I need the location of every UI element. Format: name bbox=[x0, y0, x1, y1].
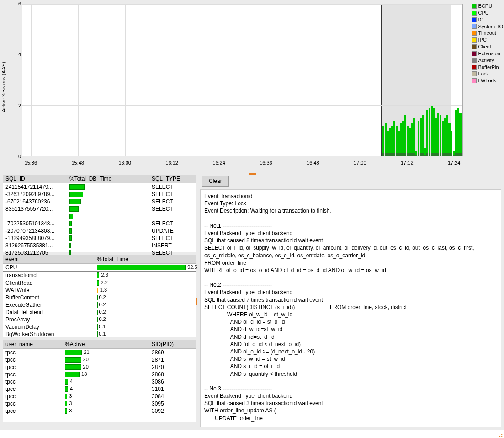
right-column: Clear Event: transactionid Event Type: L… bbox=[196, 174, 504, 430]
legend-item[interactable]: LWLock bbox=[472, 77, 503, 84]
legend-item[interactable]: IO bbox=[472, 16, 503, 23]
table-row[interactable]: transactionid2.6 bbox=[3, 272, 196, 279]
table-row[interactable]: -70225305101348...SELECT bbox=[3, 220, 196, 227]
col-db-time[interactable]: %Total_DB_Time bbox=[67, 175, 149, 183]
chart-bars bbox=[22, 4, 462, 156]
table-row[interactable]: tpcc43086 bbox=[3, 378, 196, 385]
legend-item[interactable]: BufferPin bbox=[472, 64, 503, 71]
splitter-vertical[interactable] bbox=[196, 298, 197, 305]
col-sql-type[interactable]: SQL_TYPE bbox=[149, 175, 196, 183]
table-row[interactable]: 31292675535381...INSERT bbox=[3, 242, 196, 249]
col-total-time[interactable]: %Total_Time bbox=[94, 255, 196, 264]
legend-item[interactable]: BCPU bbox=[472, 3, 503, 10]
legend-item[interactable]: Activity bbox=[472, 57, 503, 64]
event-table[interactable]: event %Total_Time CPU92.5transactionid2.… bbox=[3, 255, 196, 338]
col-event[interactable]: event bbox=[3, 255, 94, 264]
table-row[interactable] bbox=[3, 213, 196, 220]
table-row[interactable]: tpcc182868 bbox=[3, 371, 196, 378]
sql-table[interactable]: SQL_ID %Total_DB_Time SQL_TYPE 241154172… bbox=[3, 175, 196, 256]
table-row[interactable]: ClientRead2.2 bbox=[3, 279, 196, 287]
table-row[interactable]: VacuumDelay0.1 bbox=[3, 323, 196, 331]
chart-plot[interactable] bbox=[22, 4, 463, 156]
col-active[interactable]: %Active bbox=[62, 340, 149, 349]
legend-item[interactable]: Extension bbox=[472, 50, 503, 57]
event-panel: event %Total_Time CPU92.5transactionid2.… bbox=[3, 255, 196, 337]
table-row[interactable]: tpcc33084 bbox=[3, 393, 196, 400]
table-row[interactable]: tpcc33092 bbox=[3, 407, 196, 415]
legend-item[interactable]: Client bbox=[472, 43, 503, 50]
col-user[interactable]: user_name bbox=[3, 340, 62, 349]
y-axis-label: Active Sessions (AAS) bbox=[1, 62, 6, 112]
table-row[interactable]: ExecuteGather0.2 bbox=[3, 301, 196, 309]
table-row[interactable]: tpcc202871 bbox=[3, 356, 196, 363]
col-sql-id[interactable]: SQL_ID bbox=[3, 175, 67, 183]
table-row[interactable]: -13294935888079...SELECT bbox=[3, 235, 196, 242]
table-row[interactable]: -20707072134808...UPDATE bbox=[3, 227, 196, 235]
table-row[interactable]: tpcc202870 bbox=[3, 363, 196, 371]
y-ticks: 0246 bbox=[13, 4, 21, 156]
sql-panel: SQL_ID %Total_DB_Time SQL_TYPE 241154172… bbox=[3, 175, 196, 252]
table-row[interactable]: -67021643760236...SELECT bbox=[3, 198, 196, 205]
table-row[interactable]: 24115417211479...SELECT bbox=[3, 183, 196, 191]
table-row[interactable]: CPU92.5 bbox=[3, 264, 196, 272]
table-row[interactable]: tpcc43101 bbox=[3, 385, 196, 393]
table-row[interactable]: ProcArray0.2 bbox=[3, 316, 196, 323]
table-row[interactable]: tpcc212869 bbox=[3, 349, 196, 357]
legend-item[interactable]: CPU bbox=[472, 10, 503, 16]
legend-item[interactable]: Lock bbox=[472, 70, 503, 77]
user-panel: user_name %Active SID(PID) tpcc212869tpc… bbox=[3, 340, 196, 422]
legend-item[interactable]: Timeout bbox=[472, 30, 503, 37]
clear-button[interactable]: Clear bbox=[202, 176, 229, 187]
x-ticks: 15:3615:4816:0016:1216:2416:3616:4817:00… bbox=[22, 160, 463, 169]
col-sid[interactable]: SID(PID) bbox=[149, 340, 196, 349]
table-row[interactable]: WALWrite1.3 bbox=[3, 287, 196, 294]
legend-item[interactable]: System_IO bbox=[472, 23, 503, 30]
user-table[interactable]: user_name %Active SID(PID) tpcc212869tpc… bbox=[3, 340, 196, 415]
table-row[interactable]: DataFileExtend0.2 bbox=[3, 309, 196, 316]
left-column: SQL_ID %Total_DB_Time SQL_TYPE 241154172… bbox=[0, 174, 196, 430]
legend-item[interactable]: IPC bbox=[472, 37, 503, 43]
table-row[interactable]: BgWorkerShutdown0.1 bbox=[3, 331, 196, 338]
chart-legend: BCPUCPUIOSystem_IOTimeoutIPCClientExtens… bbox=[472, 3, 503, 84]
table-row[interactable]: BufferContent0.2 bbox=[3, 294, 196, 301]
table-row[interactable]: 83511375557720...SELECT bbox=[3, 205, 196, 213]
table-row[interactable]: tpcc33095 bbox=[3, 400, 196, 407]
table-row[interactable]: -32637209289789...SELECT bbox=[3, 191, 196, 198]
chart-panel: Active Sessions (AAS) 0246 15:3615:4816:… bbox=[0, 0, 504, 174]
detail-text[interactable]: Event: transactionid Event Type: Lock Ev… bbox=[200, 189, 501, 427]
